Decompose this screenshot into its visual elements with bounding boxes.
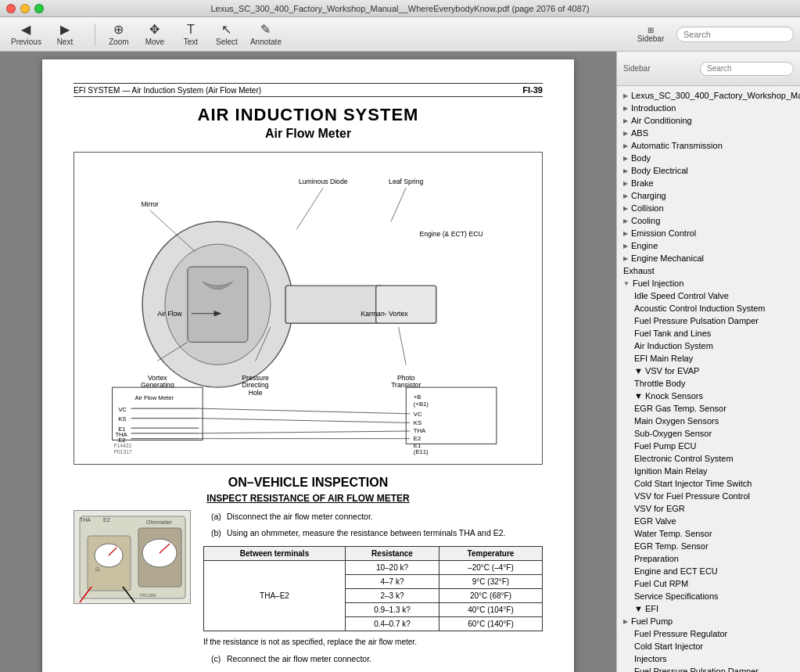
- sidebar-item-cooling[interactable]: ▶Cooling: [617, 214, 800, 227]
- close-button[interactable]: [6, 4, 16, 13]
- sidebar-item-preparation[interactable]: Preparation: [617, 552, 800, 565]
- search-input[interactable]: [676, 27, 794, 42]
- tree-item-label: Engine: [631, 241, 658, 250]
- sidebar-item-sub-oxygen-sensor[interactable]: Sub-Oxygen Sensor: [617, 427, 800, 440]
- tree-item-label: Throttle Body: [634, 379, 685, 388]
- tree-item-label: Sub-Oxygen Sensor: [634, 429, 712, 438]
- svg-text:KS: KS: [414, 419, 422, 426]
- sidebar-item-knock-sensors[interactable]: ▼ Knock Sensors: [617, 390, 800, 402]
- previous-button[interactable]: ◀ Previous: [6, 20, 46, 49]
- svg-rect-4: [376, 286, 436, 323]
- svg-text:Karman- Vortex: Karman- Vortex: [361, 310, 408, 318]
- svg-text:E2: E2: [118, 437, 125, 444]
- previous-label: Previous: [11, 38, 41, 46]
- step-b: (b) Using an ohmmeter, measure the resis…: [203, 526, 543, 540]
- sidebar-item-emission-control[interactable]: ▶Emission Control: [617, 227, 800, 239]
- sidebar-item-injectors[interactable]: Injectors: [617, 652, 800, 665]
- sidebar-item-egr-gas-temp-sensor[interactable]: EGR Gas Temp. Sensor: [617, 402, 800, 415]
- col-temperature: Temperature: [439, 546, 542, 560]
- nav-group: ◀ Previous ▶ Next: [6, 20, 82, 49]
- svg-text:THA: THA: [80, 517, 91, 523]
- sidebar-tree[interactable]: ▶Lexus_SC_300_400_Factory_Workshop_Manua…: [617, 86, 800, 672]
- tree-item-label: VSV for EGR: [634, 504, 685, 513]
- move-button[interactable]: ✥ Move: [138, 20, 172, 49]
- select-button[interactable]: ↖ Select: [210, 20, 244, 49]
- sidebar-item-idle-speed-control-valve[interactable]: Idle Speed Control Valve: [617, 289, 800, 302]
- maximize-button[interactable]: [34, 4, 44, 13]
- previous-icon: ◀: [21, 22, 30, 37]
- sidebar-item-fuel-pressure-regulator-top[interactable]: Fuel Pressure Regulator: [617, 627, 800, 640]
- sidebar-item-acoustic-control-induction-system[interactable]: Acoustic Control Induction System: [617, 302, 800, 314]
- move-label: Move: [145, 38, 164, 46]
- tree-item-label: Fuel Pump: [631, 616, 673, 626]
- sidebar-item-throttle-body[interactable]: Throttle Body: [617, 377, 800, 390]
- sidebar-item-ignition-main-relay[interactable]: Ignition Main Relay: [617, 465, 800, 477]
- page-title-main: AIR INDUCTION SYSTEM: [74, 105, 543, 125]
- next-button[interactable]: ▶ Next: [48, 20, 82, 49]
- sidebar-item-abs[interactable]: ▶ABS: [617, 127, 800, 139]
- sidebar-item-air-conditioning[interactable]: ▶Air Conditioning: [617, 114, 800, 127]
- sidebar-search-input[interactable]: [700, 62, 794, 76]
- sidebar-item-fuel-pressure-pulsation-damper2[interactable]: Fuel Pressure Pulsation Damper: [617, 665, 800, 672]
- sidebar-item-introduction[interactable]: ▶Introduction: [617, 102, 800, 114]
- svg-text:F14422: F14422: [113, 443, 131, 448]
- sidebar-item-egr-valve[interactable]: EGR Valve: [617, 515, 800, 527]
- tree-item-label: Electronic Control System: [634, 454, 734, 463]
- text-button[interactable]: T Text: [174, 20, 208, 49]
- svg-text:Engine (& ECT) ECU: Engine (& ECT) ECU: [419, 230, 483, 238]
- sidebar-item-fuel-tank-and-lines[interactable]: Fuel Tank and Lines: [617, 327, 800, 340]
- sidebar-item-cold-start-injector-time-switch[interactable]: Cold Start Injector Time Switch: [617, 477, 800, 490]
- tree-item-label: EFI Main Relay: [634, 354, 693, 363]
- sidebar-item-automatic-transmission[interactable]: ▶Automatic Transmission: [617, 139, 800, 152]
- table-row: 40°C (104°F): [439, 602, 542, 616]
- tree-item-label: ABS: [631, 128, 648, 138]
- tree-item-label: Water Temp. Sensor: [634, 529, 712, 538]
- annotate-label: Annotate: [250, 38, 282, 46]
- sidebar-item-electronic-control-system[interactable]: Electronic Control System: [617, 452, 800, 465]
- tree-item-label: Fuel Cut RPM: [634, 579, 688, 588]
- sidebar-item-main-oxygen-sensors[interactable]: Main Oxygen Sensors: [617, 415, 800, 427]
- sidebar-item-charging[interactable]: ▶Charging: [617, 189, 800, 202]
- sidebar-item-water-temp-sensor[interactable]: Water Temp. Sensor: [617, 527, 800, 540]
- zoom-button[interactable]: ⊕ Zoom: [102, 20, 136, 49]
- sidebar-item-fuel-pump-ecu[interactable]: Fuel Pump ECU: [617, 440, 800, 452]
- tree-item-label: Emission Control: [631, 228, 696, 238]
- sidebar-item-vsv-for-evap[interactable]: ▼ VSV for EVAP: [617, 365, 800, 377]
- sidebar-item-collision[interactable]: ▶Collision: [617, 202, 800, 214]
- toolbar: ◀ Previous ▶ Next ⊕ Zoom ✥ Move T Text ↖…: [0, 17, 800, 52]
- sidebar-item-egr-temp-sensor[interactable]: EGR Temp. Sensor: [617, 540, 800, 552]
- sidebar-item-cold-start-injector[interactable]: Cold Start Injector: [617, 640, 800, 652]
- sidebar-item-body-electrical[interactable]: ▶Body Electrical: [617, 164, 800, 177]
- sidebar-toggle-button[interactable]: ⊞ Sidebar: [631, 20, 670, 49]
- sidebar-item-air-induction-system-fuel[interactable]: Air Induction System: [617, 340, 800, 352]
- sidebar-item-exhaust[interactable]: Exhaust: [617, 264, 800, 277]
- sidebar-item-service-specifications[interactable]: Service Specifications: [617, 590, 800, 602]
- sidebar-item-fuel-injection[interactable]: ▼Fuel Injection: [617, 277, 800, 289]
- sidebar-item-engine-ect-ecu[interactable]: Engine and ECT ECU: [617, 565, 800, 577]
- minimize-button[interactable]: [20, 4, 30, 13]
- sidebar-item-engine[interactable]: ▶Engine: [617, 239, 800, 252]
- sidebar-item-fuel-pump[interactable]: ▶Fuel Pump: [617, 615, 800, 627]
- tree-item-label: Acoustic Control Induction System: [634, 304, 766, 313]
- pdf-viewer[interactable]: EFI SYSTEM — Air Induction System (Air F…: [0, 52, 616, 672]
- sidebar-item-fuel-cut-rpm[interactable]: Fuel Cut RPM: [617, 577, 800, 590]
- tree-item-label: Fuel Tank and Lines: [634, 329, 711, 338]
- sidebar-item-efi-main-relay[interactable]: EFI Main Relay: [617, 352, 800, 365]
- tree-item-label: Cold Start Injector Time Switch: [634, 479, 752, 488]
- sidebar-item-efi[interactable]: ▼ EFI: [617, 602, 800, 615]
- sidebar-item-fuel-pressure-pulsation-damper[interactable]: Fuel Pressure Pulsation Damper: [617, 314, 800, 327]
- pdf-page-1: EFI SYSTEM — Air Induction System (Air F…: [42, 59, 574, 672]
- sidebar-item-vsv-fuel-pressure-control[interactable]: VSV for Fuel Pressure Control: [617, 490, 800, 502]
- section-subtitle: INSPECT RESISTANCE OF AIR FLOW METER: [74, 493, 543, 504]
- text-label: Text: [184, 38, 198, 46]
- svg-line-48: [199, 408, 410, 414]
- sidebar-item-body[interactable]: ▶Body: [617, 152, 800, 164]
- sidebar-item-lexus-root[interactable]: ▶Lexus_SC_300_400_Factory_Workshop_Manua…: [617, 89, 800, 102]
- tools-group: ⊕ Zoom ✥ Move T Text ↖ Select ✎ Annotate: [102, 20, 286, 49]
- sidebar-item-brake[interactable]: ▶Brake: [617, 177, 800, 189]
- annotate-button[interactable]: ✎ Annotate: [246, 20, 286, 49]
- sidebar-item-vsv-for-egr[interactable]: VSV for EGR: [617, 502, 800, 515]
- select-icon: ↖: [221, 22, 231, 37]
- sidebar-item-engine-mechanical[interactable]: ▶Engine Mechanical: [617, 252, 800, 264]
- tree-arrow-icon: ▼: [623, 280, 630, 287]
